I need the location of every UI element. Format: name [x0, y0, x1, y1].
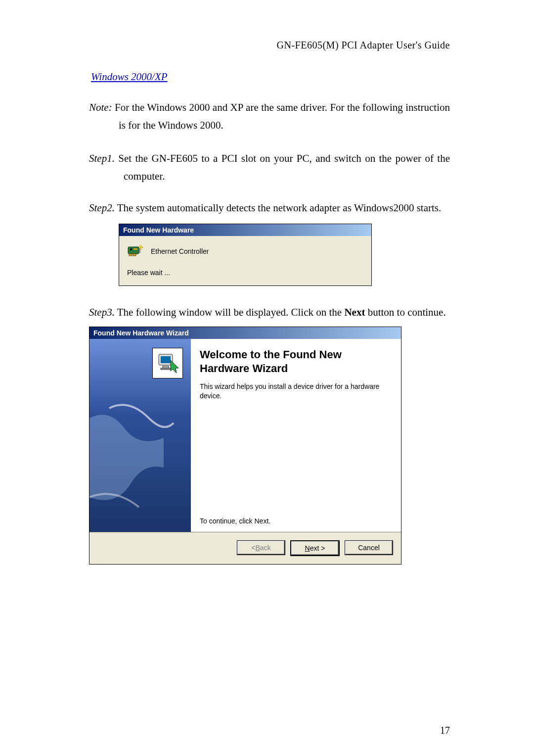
svg-rect-2 — [133, 254, 136, 256]
step2: Step2. The system automatically detects … — [89, 199, 450, 217]
step2-label: Step2. — [89, 202, 115, 214]
step3-text-b: button to continue. — [365, 306, 445, 318]
svg-rect-5 — [134, 248, 137, 250]
step2-text: The system automatically detects the net… — [115, 202, 441, 214]
doc-header: GN-FE605(M) PCI Adapter User's Guide — [89, 40, 450, 51]
device-name: Ethernet Controller — [151, 247, 209, 255]
cancel-label: Cancel — [358, 544, 380, 552]
back-prefix: < — [251, 544, 255, 552]
found-new-hardware-dialog: Found New Hardware Et — [119, 224, 372, 286]
step1-label: Step1. — [89, 152, 115, 164]
step1: Step1. Set the GN-FE605 to a PCI slot on… — [89, 150, 450, 185]
wizard-continue-text: To continue, click Next. — [200, 517, 392, 526]
step3-bold: Next — [344, 306, 365, 318]
wizard-heading: Welcome to the Found New Hardware Wizard — [200, 348, 392, 375]
step3-text-a: The following window will be displayed. … — [115, 306, 344, 318]
back-underline: B — [256, 544, 260, 552]
note-label: Note: — [89, 101, 112, 113]
section-title: Windows 2000/XP — [89, 71, 450, 83]
note-paragraph: Note: For the Windows 2000 and XP are th… — [89, 99, 450, 134]
svg-rect-1 — [129, 254, 132, 256]
step3: Step3. The following window will be disp… — [89, 304, 450, 322]
wizard-title: Found New Hardware Wizard — [89, 327, 401, 339]
back-button: < Back — [237, 540, 285, 555]
hardware-wizard-dialog: Found New Hardware Wizard — [89, 327, 401, 565]
next-underline: N — [305, 544, 310, 552]
wizard-button-row: < Back Next > Cancel — [89, 532, 401, 564]
step1-text: Set the GN-FE605 to a PCI slot on your P… — [115, 152, 450, 182]
step3-label: Step3. — [89, 306, 115, 318]
wizard-sidebar — [89, 339, 191, 532]
wizard-body-text: This wizard helps you install a device d… — [200, 382, 392, 401]
please-wait-text: Please wait ... — [125, 265, 365, 282]
cancel-button[interactable]: Cancel — [345, 540, 393, 555]
svg-rect-0 — [128, 247, 139, 254]
section-link: Windows 2000/XP — [91, 71, 168, 83]
hardware-card-icon — [127, 244, 144, 259]
dialog-title: Found New Hardware — [119, 224, 371, 236]
svg-rect-4 — [130, 248, 132, 250]
next-rest: ext > — [310, 544, 325, 552]
page-number: 17 — [440, 725, 450, 736]
note-text: For the Windows 2000 and XP are the same… — [112, 101, 450, 131]
back-rest: ack — [260, 544, 271, 552]
next-button[interactable]: Next > — [290, 540, 340, 556]
